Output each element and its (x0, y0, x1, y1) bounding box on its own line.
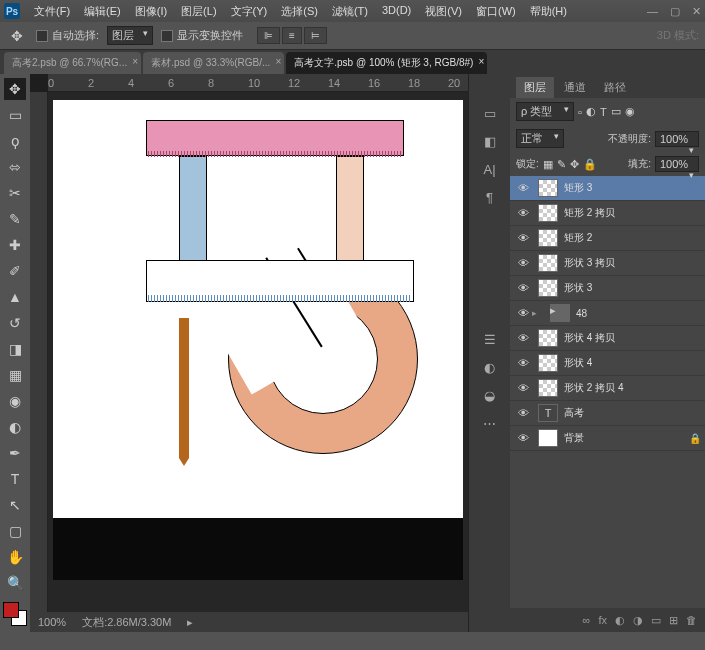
stamp-tool[interactable]: ▲ (4, 286, 26, 308)
show-transform-checkbox[interactable] (161, 30, 173, 42)
color-panel-icon[interactable]: ◧ (480, 132, 500, 150)
visibility-icon[interactable]: 👁 (514, 257, 532, 269)
layer-name[interactable]: 形状 3 拷贝 (564, 256, 615, 270)
layer-row[interactable]: 👁形状 4 拷贝 (510, 326, 705, 351)
menu-item[interactable]: 窗口(W) (470, 2, 522, 21)
shape-tool[interactable]: ▢ (4, 520, 26, 542)
menu-item[interactable]: 图层(L) (175, 2, 222, 21)
layer-thumbnail[interactable] (538, 179, 558, 197)
document-tab[interactable]: 素材.psd @ 33.3%(RGB/...× (143, 52, 284, 74)
color-swatch[interactable] (3, 602, 27, 626)
fill-input[interactable]: 100% (655, 156, 699, 172)
layer-name[interactable]: 背景 (564, 431, 584, 445)
layer-name[interactable]: 形状 2 拷贝 4 (564, 381, 623, 395)
layer-row[interactable]: 👁矩形 3 (510, 176, 705, 201)
filter-icon[interactable]: ◉ (625, 105, 635, 118)
minimize-button[interactable]: — (647, 5, 658, 18)
layer-row[interactable]: 👁▸▸48 (510, 301, 705, 326)
brush-tool[interactable]: ✐ (4, 260, 26, 282)
layer-row[interactable]: 👁背景🔒 (510, 426, 705, 451)
layer-thumbnail[interactable] (538, 429, 558, 447)
filter-icon[interactable]: T (600, 106, 607, 118)
layer-name[interactable]: 矩形 3 (564, 181, 592, 195)
layer-row[interactable]: 👁矩形 2 (510, 226, 705, 251)
menu-item[interactable]: 滤镜(T) (326, 2, 374, 21)
zoom-level[interactable]: 100% (38, 616, 66, 628)
folder-chevron-icon[interactable]: ▸ (532, 308, 544, 318)
visibility-icon[interactable]: 👁 (514, 357, 532, 369)
visibility-icon[interactable]: 👁 (514, 182, 532, 194)
layer-name[interactable]: 高考 (564, 406, 584, 420)
wand-tool[interactable]: ⬄ (4, 156, 26, 178)
layers-footer-icon[interactable]: ⊞ (669, 614, 678, 627)
align-button[interactable]: ⊫ (257, 27, 280, 44)
adjust-panel-icon[interactable]: ◐ (480, 358, 500, 376)
layers-footer-icon[interactable]: 🗑 (686, 614, 697, 626)
layer-row[interactable]: 👁T高考 (510, 401, 705, 426)
lock-icon[interactable]: ✎ (557, 158, 566, 171)
layers-footer-icon[interactable]: ▭ (651, 614, 661, 627)
tab-close-icon[interactable]: × (132, 56, 138, 67)
heal-tool[interactable]: ✚ (4, 234, 26, 256)
maximize-button[interactable]: ▢ (670, 5, 680, 18)
blend-mode-select[interactable]: 正常 (516, 129, 564, 148)
panel-tab[interactable]: 通道 (556, 77, 594, 98)
layers-footer-icon[interactable]: ∞ (583, 614, 591, 626)
panel-tab[interactable]: 路径 (596, 77, 634, 98)
tab-close-icon[interactable]: × (275, 56, 281, 67)
crop-tool[interactable]: ✂ (4, 182, 26, 204)
layer-row[interactable]: 👁形状 4 (510, 351, 705, 376)
tab-close-icon[interactable]: × (479, 56, 485, 67)
filter-icon[interactable]: ◐ (586, 105, 596, 118)
eraser-tool[interactable]: ◨ (4, 338, 26, 360)
visibility-icon[interactable]: 👁 (514, 207, 532, 219)
visibility-icon[interactable]: 👁 (514, 282, 532, 294)
folder-icon[interactable]: ▸ (550, 304, 570, 322)
layer-thumbnail[interactable] (538, 354, 558, 372)
autoselect-checkbox[interactable] (36, 30, 48, 42)
layers-footer-icon[interactable]: ◐ (615, 614, 625, 627)
zoom-tool[interactable]: 🔍 (4, 572, 26, 594)
history-panel-icon[interactable]: ▭ (480, 104, 500, 122)
text-layer-icon[interactable]: T (538, 404, 558, 422)
eyedropper-tool[interactable]: ✎ (4, 208, 26, 230)
layer-row[interactable]: 👁形状 3 拷贝 (510, 251, 705, 276)
document-tab[interactable]: 高考2.psb @ 66.7%(RG...× (4, 52, 141, 74)
path-tool[interactable]: ↖ (4, 494, 26, 516)
char-panel-icon[interactable]: A| (480, 160, 500, 178)
document-canvas[interactable] (53, 100, 463, 580)
gradient-tool[interactable]: ▦ (4, 364, 26, 386)
layers-footer-icon[interactable]: fx (598, 614, 607, 626)
viewport[interactable] (48, 92, 468, 612)
layer-thumbnail[interactable] (538, 204, 558, 222)
menu-item[interactable]: 帮助(H) (524, 2, 573, 21)
lock-icon[interactable]: 🔒 (583, 158, 597, 171)
filter-icon[interactable]: ▫ (578, 106, 582, 118)
styles-panel-icon[interactable]: ◒ (480, 386, 500, 404)
menu-item[interactable]: 视图(V) (419, 2, 468, 21)
dodge-tool[interactable]: ◐ (4, 416, 26, 438)
filter-icon[interactable]: ▭ (611, 105, 621, 118)
menu-item[interactable]: 文件(F) (28, 2, 76, 21)
visibility-icon[interactable]: 👁 (514, 407, 532, 419)
panel-tab[interactable]: 图层 (516, 77, 554, 98)
move-tool[interactable]: ✥ (4, 78, 26, 100)
layer-name[interactable]: 矩形 2 拷贝 (564, 206, 615, 220)
type-tool[interactable]: T (4, 468, 26, 490)
ellipsis-icon[interactable]: ⋯ (480, 414, 500, 432)
autoselect-target[interactable]: 图层 (107, 26, 153, 45)
layer-name[interactable]: 形状 3 (564, 281, 592, 295)
layer-row[interactable]: 👁形状 2 拷贝 4 (510, 376, 705, 401)
align-button[interactable]: ⊨ (304, 27, 327, 44)
marquee-tool[interactable]: ▭ (4, 104, 26, 126)
layer-filter-kind[interactable]: ρ 类型 (516, 102, 574, 121)
layer-thumbnail[interactable] (538, 229, 558, 247)
visibility-icon[interactable]: 👁 (514, 307, 532, 319)
menu-item[interactable]: 选择(S) (275, 2, 324, 21)
align-button[interactable]: ≡ (282, 27, 302, 44)
layer-row[interactable]: 👁形状 3 (510, 276, 705, 301)
document-tab[interactable]: 高考文字.psb @ 100% (矩形 3, RGB/8#)× (286, 52, 487, 74)
visibility-icon[interactable]: 👁 (514, 382, 532, 394)
visibility-icon[interactable]: 👁 (514, 232, 532, 244)
menu-item[interactable]: 3D(D) (376, 2, 417, 21)
